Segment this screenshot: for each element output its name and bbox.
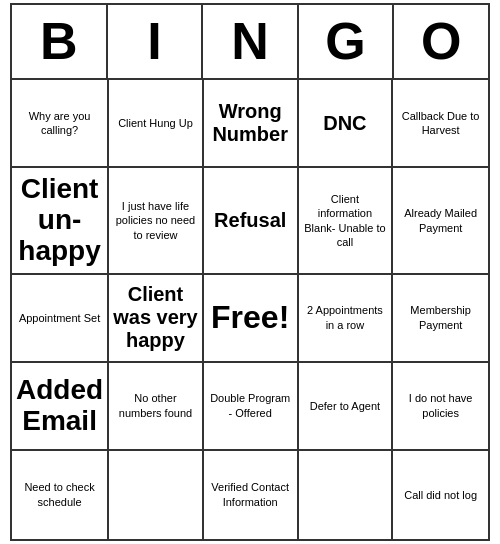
bingo-cell-22: Verified Contact Information [204,451,299,539]
cell-text-0: Why are you calling? [16,109,103,138]
bingo-cell-7: Refusal [204,168,299,274]
bingo-cell-10: Appointment Set [12,275,109,363]
cell-text-1: Client Hung Up [118,116,193,130]
bingo-cell-19: I do not have policies [393,363,488,451]
bingo-cell-12: Free! [204,275,299,363]
bingo-cell-9: Already Mailed Payment [393,168,488,274]
bingo-cell-17: Double Program - Offered [204,363,299,451]
header-letter-B: B [12,5,108,78]
bingo-cell-5: Client un-happy [12,168,109,274]
header-letter-G: G [299,5,395,78]
cell-text-4: Callback Due to Harvest [397,109,484,138]
cell-text-2: Wrong Number [208,100,293,146]
cell-text-13: 2 Appointments in a row [303,303,388,332]
bingo-cell-2: Wrong Number [204,80,299,168]
cell-text-11: Client was very happy [113,283,198,352]
bingo-cell-23 [299,451,394,539]
bingo-grid: Why are you calling?Client Hung UpWrong … [12,80,488,538]
bingo-card: BINGO Why are you calling?Client Hung Up… [10,3,490,541]
cell-text-9: Already Mailed Payment [397,206,484,235]
header-letter-N: N [203,5,299,78]
bingo-cell-24: Call did not log [393,451,488,539]
cell-text-3: DNC [323,112,366,135]
bingo-cell-0: Why are you calling? [12,80,109,168]
cell-text-10: Appointment Set [19,311,100,325]
bingo-header: BINGO [12,5,488,80]
cell-text-16: No other numbers found [113,391,198,420]
bingo-cell-18: Defer to Agent [299,363,394,451]
bingo-cell-13: 2 Appointments in a row [299,275,394,363]
bingo-cell-8: Client information Blank- Unable to call [299,168,394,274]
cell-text-5: Client un-happy [16,174,103,266]
bingo-cell-6: I just have life policies no need to rev… [109,168,204,274]
cell-text-6: I just have life policies no need to rev… [113,199,198,242]
bingo-cell-4: Callback Due to Harvest [393,80,488,168]
cell-text-22: Verified Contact Information [208,480,293,509]
bingo-cell-16: No other numbers found [109,363,204,451]
bingo-cell-3: DNC [299,80,394,168]
cell-text-7: Refusal [214,209,286,232]
cell-text-18: Defer to Agent [310,399,380,413]
bingo-cell-1: Client Hung Up [109,80,204,168]
cell-text-14: Membership Payment [397,303,484,332]
bingo-cell-20: Need to check schedule [12,451,109,539]
cell-text-19: I do not have policies [397,391,484,420]
bingo-cell-14: Membership Payment [393,275,488,363]
cell-text-12: Free! [211,297,289,339]
bingo-cell-11: Client was very happy [109,275,204,363]
cell-text-20: Need to check schedule [16,480,103,509]
header-letter-O: O [394,5,488,78]
cell-text-15: Added Email [16,375,103,437]
bingo-cell-21 [109,451,204,539]
cell-text-17: Double Program - Offered [208,391,293,420]
bingo-cell-15: Added Email [12,363,109,451]
cell-text-8: Client information Blank- Unable to call [303,192,388,249]
cell-text-24: Call did not log [404,488,477,502]
header-letter-I: I [108,5,204,78]
